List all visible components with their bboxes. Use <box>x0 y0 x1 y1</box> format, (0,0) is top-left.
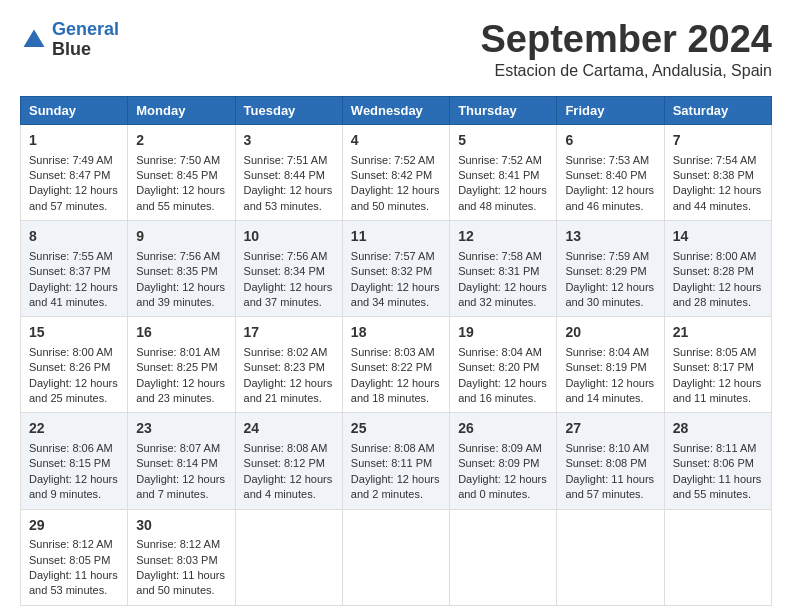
sunset-text: Sunset: 8:15 PM <box>29 457 110 469</box>
sunset-text: Sunset: 8:26 PM <box>29 361 110 373</box>
day-number: 3 <box>244 131 334 151</box>
daylight-text: Daylight: 12 hours and 0 minutes. <box>458 473 547 500</box>
day-number: 1 <box>29 131 119 151</box>
daylight-text: Daylight: 12 hours and 4 minutes. <box>244 473 333 500</box>
sunset-text: Sunset: 8:40 PM <box>565 169 646 181</box>
day-number: 16 <box>136 323 226 343</box>
daylight-text: Daylight: 12 hours and 28 minutes. <box>673 281 762 308</box>
day-number: 6 <box>565 131 655 151</box>
daylight-text: Daylight: 12 hours and 14 minutes. <box>565 377 654 404</box>
daylight-text: Daylight: 12 hours and 46 minutes. <box>565 184 654 211</box>
sunset-text: Sunset: 8:34 PM <box>244 265 325 277</box>
calendar-cell-1-1: 9 Sunrise: 7:56 AM Sunset: 8:35 PM Dayli… <box>128 221 235 317</box>
sunset-text: Sunset: 8:08 PM <box>565 457 646 469</box>
sunrise-text: Sunrise: 8:03 AM <box>351 346 435 358</box>
logo-icon <box>20 26 48 54</box>
day-number: 30 <box>136 516 226 536</box>
sunset-text: Sunset: 8:20 PM <box>458 361 539 373</box>
sunrise-text: Sunrise: 8:07 AM <box>136 442 220 454</box>
col-sunday: Sunday <box>21 97 128 125</box>
day-number: 9 <box>136 227 226 247</box>
week-row-3: 15 Sunrise: 8:00 AM Sunset: 8:26 PM Dayl… <box>21 317 772 413</box>
day-number: 17 <box>244 323 334 343</box>
sunrise-text: Sunrise: 7:54 AM <box>673 154 757 166</box>
calendar-cell-3-2: 24 Sunrise: 8:08 AM Sunset: 8:12 PM Dayl… <box>235 413 342 509</box>
page-header: General Blue September 2024 Estacion de … <box>20 20 772 80</box>
daylight-text: Daylight: 12 hours and 7 minutes. <box>136 473 225 500</box>
day-number: 21 <box>673 323 763 343</box>
calendar-cell-4-5 <box>557 509 664 605</box>
col-saturday: Saturday <box>664 97 771 125</box>
sunrise-text: Sunrise: 8:00 AM <box>29 346 113 358</box>
sunrise-text: Sunrise: 7:53 AM <box>565 154 649 166</box>
sunset-text: Sunset: 8:31 PM <box>458 265 539 277</box>
calendar-cell-2-4: 19 Sunrise: 8:04 AM Sunset: 8:20 PM Dayl… <box>450 317 557 413</box>
daylight-text: Daylight: 12 hours and 39 minutes. <box>136 281 225 308</box>
sunset-text: Sunset: 8:38 PM <box>673 169 754 181</box>
daylight-text: Daylight: 12 hours and 30 minutes. <box>565 281 654 308</box>
day-number: 7 <box>673 131 763 151</box>
calendar-cell-4-6 <box>664 509 771 605</box>
calendar-cell-0-1: 2 Sunrise: 7:50 AM Sunset: 8:45 PM Dayli… <box>128 125 235 221</box>
calendar-cell-0-5: 6 Sunrise: 7:53 AM Sunset: 8:40 PM Dayli… <box>557 125 664 221</box>
col-tuesday: Tuesday <box>235 97 342 125</box>
sunrise-text: Sunrise: 8:09 AM <box>458 442 542 454</box>
sunrise-text: Sunrise: 7:55 AM <box>29 250 113 262</box>
day-number: 19 <box>458 323 548 343</box>
daylight-text: Daylight: 12 hours and 25 minutes. <box>29 377 118 404</box>
calendar-cell-2-2: 17 Sunrise: 8:02 AM Sunset: 8:23 PM Dayl… <box>235 317 342 413</box>
sunset-text: Sunset: 8:14 PM <box>136 457 217 469</box>
sunset-text: Sunset: 8:03 PM <box>136 554 217 566</box>
day-number: 5 <box>458 131 548 151</box>
week-row-5: 29 Sunrise: 8:12 AM Sunset: 8:05 PM Dayl… <box>21 509 772 605</box>
daylight-text: Daylight: 12 hours and 16 minutes. <box>458 377 547 404</box>
day-number: 14 <box>673 227 763 247</box>
sunset-text: Sunset: 8:05 PM <box>29 554 110 566</box>
sunrise-text: Sunrise: 7:52 AM <box>458 154 542 166</box>
calendar-cell-0-3: 4 Sunrise: 7:52 AM Sunset: 8:42 PM Dayli… <box>342 125 449 221</box>
daylight-text: Daylight: 12 hours and 32 minutes. <box>458 281 547 308</box>
calendar-cell-1-0: 8 Sunrise: 7:55 AM Sunset: 8:37 PM Dayli… <box>21 221 128 317</box>
sunrise-text: Sunrise: 7:59 AM <box>565 250 649 262</box>
calendar-cell-4-1: 30 Sunrise: 8:12 AM Sunset: 8:03 PM Dayl… <box>128 509 235 605</box>
col-friday: Friday <box>557 97 664 125</box>
col-monday: Monday <box>128 97 235 125</box>
sunrise-text: Sunrise: 7:56 AM <box>136 250 220 262</box>
daylight-text: Daylight: 12 hours and 11 minutes. <box>673 377 762 404</box>
sunset-text: Sunset: 8:35 PM <box>136 265 217 277</box>
sunrise-text: Sunrise: 8:04 AM <box>458 346 542 358</box>
sunrise-text: Sunrise: 8:02 AM <box>244 346 328 358</box>
week-row-1: 1 Sunrise: 7:49 AM Sunset: 8:47 PM Dayli… <box>21 125 772 221</box>
week-row-4: 22 Sunrise: 8:06 AM Sunset: 8:15 PM Dayl… <box>21 413 772 509</box>
sunrise-text: Sunrise: 8:00 AM <box>673 250 757 262</box>
sunset-text: Sunset: 8:32 PM <box>351 265 432 277</box>
calendar-header-row: Sunday Monday Tuesday Wednesday Thursday… <box>21 97 772 125</box>
logo: General Blue <box>20 20 119 60</box>
calendar-cell-3-0: 22 Sunrise: 8:06 AM Sunset: 8:15 PM Dayl… <box>21 413 128 509</box>
sunrise-text: Sunrise: 8:12 AM <box>136 538 220 550</box>
day-number: 22 <box>29 419 119 439</box>
daylight-text: Daylight: 12 hours and 41 minutes. <box>29 281 118 308</box>
day-number: 18 <box>351 323 441 343</box>
calendar-cell-3-5: 27 Sunrise: 8:10 AM Sunset: 8:08 PM Dayl… <box>557 413 664 509</box>
calendar-cell-3-3: 25 Sunrise: 8:08 AM Sunset: 8:11 PM Dayl… <box>342 413 449 509</box>
col-thursday: Thursday <box>450 97 557 125</box>
day-number: 13 <box>565 227 655 247</box>
daylight-text: Daylight: 11 hours and 57 minutes. <box>565 473 654 500</box>
sunrise-text: Sunrise: 8:05 AM <box>673 346 757 358</box>
sunset-text: Sunset: 8:47 PM <box>29 169 110 181</box>
calendar-cell-1-2: 10 Sunrise: 7:56 AM Sunset: 8:34 PM Dayl… <box>235 221 342 317</box>
calendar-cell-1-5: 13 Sunrise: 7:59 AM Sunset: 8:29 PM Dayl… <box>557 221 664 317</box>
sunset-text: Sunset: 8:12 PM <box>244 457 325 469</box>
location-title: Estacion de Cartama, Andalusia, Spain <box>481 62 773 80</box>
calendar-cell-3-6: 28 Sunrise: 8:11 AM Sunset: 8:06 PM Dayl… <box>664 413 771 509</box>
daylight-text: Daylight: 12 hours and 2 minutes. <box>351 473 440 500</box>
calendar-cell-2-3: 18 Sunrise: 8:03 AM Sunset: 8:22 PM Dayl… <box>342 317 449 413</box>
sunset-text: Sunset: 8:09 PM <box>458 457 539 469</box>
daylight-text: Daylight: 11 hours and 55 minutes. <box>673 473 762 500</box>
logo-line1: General <box>52 19 119 39</box>
daylight-text: Daylight: 12 hours and 53 minutes. <box>244 184 333 211</box>
sunrise-text: Sunrise: 7:58 AM <box>458 250 542 262</box>
calendar-cell-1-3: 11 Sunrise: 7:57 AM Sunset: 8:32 PM Dayl… <box>342 221 449 317</box>
daylight-text: Daylight: 11 hours and 53 minutes. <box>29 569 118 596</box>
